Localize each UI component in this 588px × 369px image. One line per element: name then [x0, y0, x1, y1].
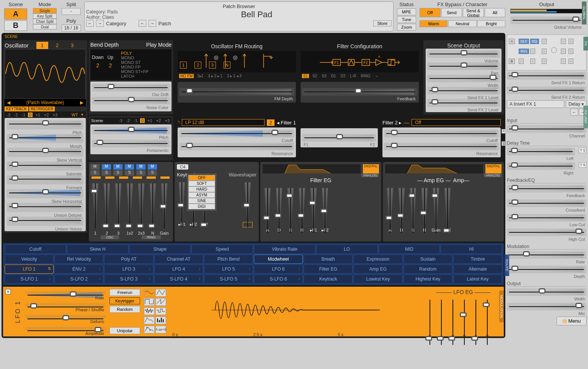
fx-delay-left-slider[interactable]: Left: [507, 148, 575, 155]
lfo-shape-tri[interactable]: [155, 289, 166, 297]
lfo-shape-noise[interactable]: [144, 307, 155, 315]
lfo-shape-mseg[interactable]: [144, 326, 155, 333]
scene-width-slider[interactable]: Width: [427, 75, 500, 82]
mode-keysplit[interactable]: Key Split: [33, 13, 57, 19]
mod-source[interactable]: LFO 5↓: [204, 265, 253, 274]
fx-unit-name[interactable]: A Insert FX 1: [507, 100, 564, 108]
mpe-button[interactable]: MPE: [397, 8, 416, 15]
mod-source[interactable]: Lowest Key: [353, 274, 402, 284]
osc-drift-slider[interactable]: Osc Drift: [92, 84, 170, 91]
waveshaper-type-list[interactable]: OFF SOFT HARD ASYM SINE DIGI: [187, 173, 217, 211]
mod-source[interactable]: Expression: [353, 255, 402, 264]
fx-width-slider[interactable]: Width: [507, 288, 586, 296]
fx-prev-button[interactable]: ←: [570, 109, 578, 116]
lfo-rate-slider[interactable]: Rate: [25, 291, 106, 295]
menu-button[interactable]: ▤ Menu: [557, 317, 586, 325]
mod-source[interactable]: S-LFO 1↓: [5, 274, 54, 284]
fx-feedback-slider[interactable]: Feedback: [507, 185, 586, 193]
filter-balance-slider[interactable]: F1 F2: [302, 134, 376, 142]
mode-single[interactable]: Single: [33, 8, 57, 13]
fx-highcut-slider[interactable]: High Cut: [507, 229, 586, 236]
filter1-subtype[interactable]: 2: [267, 119, 274, 126]
mod-target[interactable]: MID: [379, 245, 440, 254]
category-prev-button[interactable]: ←: [86, 20, 94, 27]
feg-attack-slider[interactable]: [263, 186, 273, 235]
lfo-shape-saw[interactable]: [155, 298, 166, 306]
fm-depth-slider[interactable]: FM Depth: [179, 88, 294, 96]
fx-all-button[interactable]: All: [485, 8, 506, 17]
store-button[interactable]: Store: [373, 20, 392, 26]
osc-morph-slider[interactable]: Morph: [7, 134, 83, 143]
lfo-amplitude-slider[interactable]: Amplitude: [25, 327, 106, 330]
mod-source[interactable]: Random: [403, 265, 452, 274]
patch-name[interactable]: Bell Pad: [122, 10, 392, 20]
osc-detune-slider[interactable]: Unison Detune: [7, 203, 83, 212]
lfoeg-sustain-slider[interactable]: [471, 297, 481, 347]
amp-gain-slider[interactable]: [431, 186, 441, 235]
osc-tab-1[interactable]: 1: [36, 42, 48, 49]
retrigger-toggle[interactable]: RETRIGGER: [29, 106, 55, 111]
mod-source[interactable]: ENV 2↓: [54, 265, 103, 274]
osc-tab-2[interactable]: 2: [51, 42, 63, 49]
mod-target[interactable]: Speed: [191, 245, 253, 254]
fx-lowcut-slider[interactable]: Low Cut: [507, 214, 586, 222]
mod-target[interactable]: Shape: [129, 245, 191, 254]
lfo-menu-button[interactable]: ≡: [5, 289, 11, 294]
fx-mix-slider[interactable]: Mix: [507, 303, 586, 310]
fx-tab[interactable]: FX: [583, 37, 588, 51]
lfo-random-button[interactable]: Random: [109, 306, 140, 313]
filter1-shape-icon[interactable]: ◝: [178, 119, 180, 126]
solo-3-button[interactable]: S: [113, 170, 122, 176]
tempo-sync-left[interactable]: T S: [579, 148, 586, 153]
osc-skewv-slider[interactable]: Skew Vertical: [7, 148, 83, 157]
mod-target[interactable]: Cutoff: [5, 245, 66, 254]
mod-source[interactable]: Poly AT: [104, 255, 153, 264]
global-tab[interactable]: GLOBAL: [582, 2, 586, 24]
mod-source[interactable]: Keytrack: [304, 274, 353, 284]
category-next-button[interactable]: →: [96, 20, 104, 27]
mute-1-button[interactable]: M: [90, 164, 100, 170]
mod-source[interactable]: Pitch Bend: [204, 255, 253, 264]
playmode-list[interactable]: POLY MONO MONO ST MONO FP MONO ST+FP LAT…: [121, 51, 149, 78]
mod-source[interactable]: S-LFO 4↓: [154, 274, 203, 284]
lfo-shape-formula[interactable]: f=ax+b: [155, 326, 166, 333]
mixer-osc3-slider[interactable]: [113, 181, 123, 231]
char-neutral-button[interactable]: Neutral: [448, 20, 476, 27]
mode-chansplit[interactable]: Chan Split: [33, 19, 57, 24]
mod-source[interactable]: LFO 3↓: [104, 265, 153, 274]
filter2-resonance-slider[interactable]: Resonance: [384, 143, 499, 150]
solo-2-button[interactable]: S: [102, 170, 111, 176]
mod-source[interactable]: Filter EG: [304, 265, 353, 274]
feg-f1-slider[interactable]: [309, 186, 318, 235]
filter2-plus-button[interactable]: +: [501, 129, 506, 134]
zoom-button[interactable]: Zoom: [397, 24, 416, 31]
osc-pitch-slider[interactable]: Pitch: [7, 120, 83, 129]
mixer-osc1-slider[interactable]: [90, 181, 100, 231]
fx-mod-rate-slider[interactable]: Rate: [507, 251, 586, 259]
aeg-decay-slider[interactable]: [397, 186, 407, 235]
osc-voices-slider[interactable]: Unison Voices: [7, 217, 83, 226]
tune-button[interactable]: Tune: [397, 16, 416, 23]
fx-channel-slider[interactable]: Channel: [507, 125, 586, 133]
scene-b-button[interactable]: B: [4, 20, 27, 31]
tempo-sync-right[interactable]: T S: [579, 162, 586, 168]
aeg-attack-slider[interactable]: [385, 186, 395, 235]
mod-source[interactable]: S-LFO 6↓: [254, 274, 303, 284]
solo-r1-button[interactable]: S: [125, 170, 134, 176]
sendfx2-return-slider[interactable]: Send FX 2 Return: [507, 87, 586, 94]
fx-sendglobal-button[interactable]: Send & Global: [463, 8, 484, 17]
keytrack-note[interactable]: C4: [177, 164, 188, 170]
osc-saturate-slider[interactable]: Saturate: [7, 162, 83, 171]
amp-vel-slider[interactable]: [443, 186, 452, 235]
fx-off-button[interactable]: Off: [420, 8, 441, 17]
feg-release-slider[interactable]: [297, 186, 307, 235]
keytrack-toggle[interactable]: KEYTRACK: [5, 106, 28, 111]
lfo-shape-sine[interactable]: [144, 289, 155, 297]
wavetable-prev-icon[interactable]: ◀: [5, 100, 13, 105]
mod-source[interactable]: LFO 6↓: [254, 265, 303, 274]
mode-dual[interactable]: Dual: [33, 24, 57, 29]
lfoeg-delay-slider[interactable]: [425, 297, 435, 347]
lfo-shape-step[interactable]: [155, 317, 166, 324]
mod-source[interactable]: Channel AT: [154, 255, 203, 264]
fx-mod-depth-slider[interactable]: Depth: [507, 266, 586, 273]
